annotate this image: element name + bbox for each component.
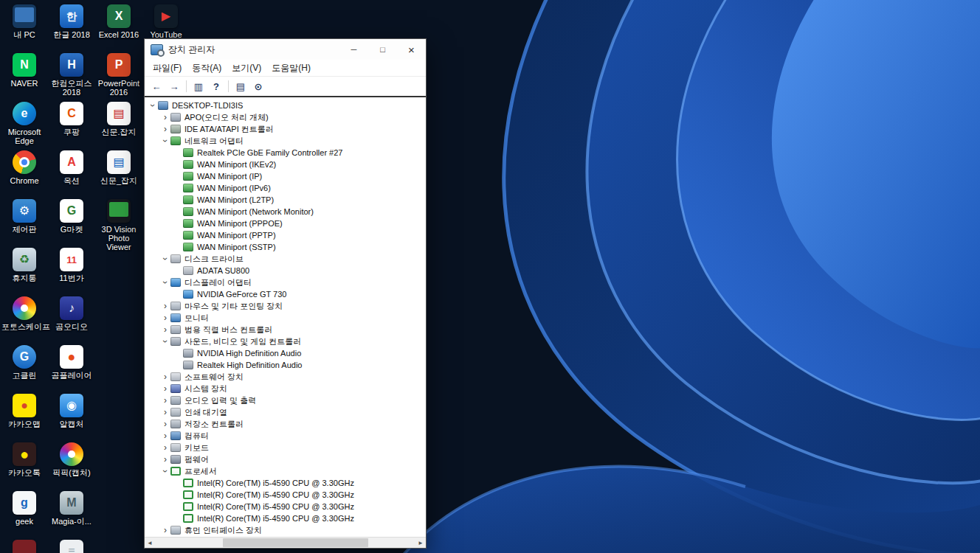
tree-item[interactable]: ›시스템 장치 bbox=[145, 383, 426, 394]
tree-item[interactable]: WAN Miniport (SSTP) bbox=[145, 241, 426, 253]
tree-item[interactable]: Intel(R) Core(TM) i5-4590 CPU @ 3.30GHz bbox=[145, 512, 426, 524]
tree-item[interactable]: NVIDIA GeForce GT 730 bbox=[145, 288, 426, 300]
desktop-icon-goclean[interactable]: G고클린 bbox=[1, 345, 47, 394]
menu-action[interactable]: 동작(A) bbox=[187, 60, 227, 76]
menu-view[interactable]: 보기(V) bbox=[227, 60, 266, 76]
expand-arrow-icon[interactable]: › bbox=[160, 396, 170, 405]
tree-item[interactable]: ›모니터 bbox=[145, 312, 426, 324]
expand-arrow-icon[interactable]: › bbox=[160, 420, 170, 428]
tree-item[interactable]: WAN Miniport (PPTP) bbox=[145, 229, 426, 241]
tree-item[interactable]: ›휴먼 인터페이스 장치 bbox=[145, 524, 426, 536]
desktop-icon-gom-audio[interactable]: ♪곰오디오 bbox=[49, 296, 94, 345]
desktop-icon-hangul-2018[interactable]: 한한글 2018 bbox=[49, 4, 94, 53]
collapse-arrow-icon[interactable]: › bbox=[161, 254, 170, 264]
tree-item[interactable]: ›키보드 bbox=[145, 442, 426, 453]
tree-item[interactable]: Realtek PCIe GbE Family Controller #27 bbox=[145, 147, 426, 159]
scroll-left-icon[interactable]: ◄ bbox=[145, 538, 155, 548]
close-button[interactable]: × bbox=[397, 39, 426, 60]
desktop-icon-geek[interactable]: ggeek bbox=[1, 491, 47, 540]
desktop-icon-sinmun-japji-underscore[interactable]: ▤신문_잡지 bbox=[96, 150, 142, 199]
desktop-icon-kakao-map[interactable]: ●카카오맵 bbox=[1, 394, 47, 442]
tree-item[interactable]: NVIDIA High Definition Audio bbox=[145, 347, 426, 359]
desktop-icon-my-pc[interactable]: 내 PC bbox=[1, 4, 47, 53]
console-tree-button[interactable]: ▥ bbox=[190, 78, 207, 94]
help-button[interactable]: ? bbox=[207, 78, 225, 94]
tree-item[interactable]: ›마우스 및 기타 포인팅 장치 bbox=[145, 300, 426, 312]
tree-item[interactable]: ADATA SU800 bbox=[145, 265, 426, 276]
forward-button[interactable]: → bbox=[165, 78, 183, 94]
tree-item[interactable]: WAN Miniport (PPPOE) bbox=[145, 218, 426, 229]
tree-item[interactable]: WAN Miniport (IKEv2) bbox=[145, 159, 426, 170]
desktop-icon-excel-2016[interactable]: XExcel 2016 bbox=[96, 4, 142, 53]
expand-arrow-icon[interactable]: › bbox=[160, 408, 170, 417]
tree-item[interactable]: WAN Miniport (IP) bbox=[145, 170, 426, 182]
desktop-icon-picpick[interactable]: 픽픽(캡처) bbox=[49, 442, 94, 491]
tree-item[interactable]: ›디스크 드라이브 bbox=[145, 253, 426, 265]
expand-arrow-icon[interactable]: › bbox=[160, 302, 170, 310]
expand-arrow-icon[interactable]: › bbox=[160, 455, 170, 464]
tree-item[interactable]: ›저장소 컨트롤러 bbox=[145, 418, 426, 430]
tree-item[interactable]: ›펌웨어 bbox=[145, 453, 426, 465]
back-button[interactable]: ← bbox=[148, 78, 165, 94]
properties-button[interactable]: ▤ bbox=[232, 78, 249, 94]
tree-item[interactable]: ›디스플레이 어댑터 bbox=[145, 276, 426, 288]
minimize-button[interactable]: ─ bbox=[339, 39, 368, 60]
expand-arrow-icon[interactable]: › bbox=[160, 113, 170, 122]
desktop-icon-coupang[interactable]: C쿠팡 bbox=[49, 102, 94, 150]
expand-arrow-icon[interactable]: › bbox=[160, 443, 170, 452]
tree-item[interactable]: Intel(R) Core(TM) i5-4590 CPU @ 3.30GHz bbox=[145, 501, 426, 512]
desktop-icon-chrome[interactable]: Chrome bbox=[1, 150, 47, 199]
scrollbar-thumb[interactable] bbox=[223, 538, 369, 547]
tree-item[interactable]: WAN Miniport (Network Monitor) bbox=[145, 206, 426, 218]
desktop-icon-gom-player[interactable]: ●곰플레이어 bbox=[49, 345, 94, 394]
expand-arrow-icon[interactable]: › bbox=[160, 125, 170, 133]
tree-item[interactable]: WAN Miniport (IPv6) bbox=[145, 182, 426, 194]
desktop-icon-recycle-bin[interactable]: ♻휴지통 bbox=[1, 248, 47, 296]
collapse-arrow-icon[interactable]: › bbox=[148, 100, 157, 111]
desktop-icon-control-panel[interactable]: ⚙제어판 bbox=[1, 199, 47, 248]
collapse-arrow-icon[interactable]: › bbox=[161, 277, 170, 288]
menu-file[interactable]: 파일(F) bbox=[148, 60, 187, 76]
desktop-icon-11st[interactable]: 1111번가 bbox=[49, 248, 94, 296]
desktop-icon-photoscape[interactable]: 포토스케이프 bbox=[1, 296, 47, 345]
tree-item[interactable]: WAN Miniport (L2TP) bbox=[145, 194, 426, 206]
tree-item[interactable]: ›네트워크 어댑터 bbox=[145, 135, 426, 147]
title-bar[interactable]: 장치 관리자 ─□× bbox=[145, 39, 426, 60]
expand-arrow-icon[interactable]: › bbox=[160, 526, 170, 535]
collapse-arrow-icon[interactable]: › bbox=[161, 336, 170, 347]
scrollbar-track[interactable] bbox=[155, 538, 415, 548]
horizontal-scrollbar[interactable]: ◄ ► bbox=[145, 537, 426, 548]
desktop-icon-sinmun-japji-dot[interactable]: ▤신문.잡지 bbox=[96, 102, 142, 150]
collapse-arrow-icon[interactable]: › bbox=[161, 466, 170, 476]
expand-arrow-icon[interactable]: › bbox=[160, 325, 170, 334]
desktop-icon-partial-app-1[interactable] bbox=[1, 540, 47, 553]
desktop-icon-kakaotalk[interactable]: ●카카오톡 bbox=[1, 442, 47, 491]
tree-item[interactable]: ›사운드, 비디오 및 게임 컨트롤러 bbox=[145, 335, 426, 347]
desktop-icon-auction[interactable]: A옥션 bbox=[49, 150, 94, 199]
scroll-right-icon[interactable]: ► bbox=[415, 538, 426, 548]
tree-item[interactable]: ›오디오 입력 및 출력 bbox=[145, 394, 426, 406]
tree-item[interactable]: ›범용 직렬 버스 컨트롤러 bbox=[145, 324, 426, 335]
expand-arrow-icon[interactable]: › bbox=[160, 384, 170, 393]
tree-item[interactable]: ›인쇄 대기열 bbox=[145, 406, 426, 418]
tree-item[interactable]: ›IDE ATA/ATAPI 컨트롤러 bbox=[145, 123, 426, 135]
expand-arrow-icon[interactable]: › bbox=[160, 431, 170, 440]
desktop-icon-alcapture[interactable]: ◉알캡처 bbox=[49, 394, 94, 442]
tree-item[interactable]: ›APO(오디오 처리 개체) bbox=[145, 111, 426, 123]
desktop-icon-partial-app-2[interactable]: ≡ bbox=[49, 540, 94, 553]
tree-item[interactable]: ›소프트웨어 장치 bbox=[145, 371, 426, 383]
desktop-icon-microsoft-edge[interactable]: eMicrosoft Edge bbox=[1, 102, 47, 150]
tree-item[interactable]: Intel(R) Core(TM) i5-4590 CPU @ 3.30GHz bbox=[145, 477, 426, 489]
tree-item[interactable]: ›프로세서 bbox=[145, 465, 426, 477]
expand-arrow-icon[interactable]: › bbox=[160, 372, 170, 381]
desktop-icon-magia[interactable]: MMagia-이... bbox=[49, 491, 94, 540]
expand-arrow-icon[interactable]: › bbox=[160, 313, 170, 322]
collapse-arrow-icon[interactable]: › bbox=[161, 136, 170, 146]
desktop-icon-powerpoint-2016[interactable]: PPowerPoint 2016 bbox=[96, 53, 142, 102]
tree-item[interactable]: ›컴퓨터 bbox=[145, 430, 426, 442]
desktop-icon-gmarket[interactable]: GG마켓 bbox=[49, 199, 94, 248]
maximize-button[interactable]: □ bbox=[368, 39, 397, 60]
desktop-icon-3d-vision-photo-viewer[interactable]: 3D Vision Photo Viewer bbox=[96, 199, 142, 248]
tree-item[interactable]: ›DESKTOP-TLDI3IS bbox=[145, 100, 426, 111]
tree-item[interactable]: Intel(R) Core(TM) i5-4590 CPU @ 3.30GHz bbox=[145, 489, 426, 501]
